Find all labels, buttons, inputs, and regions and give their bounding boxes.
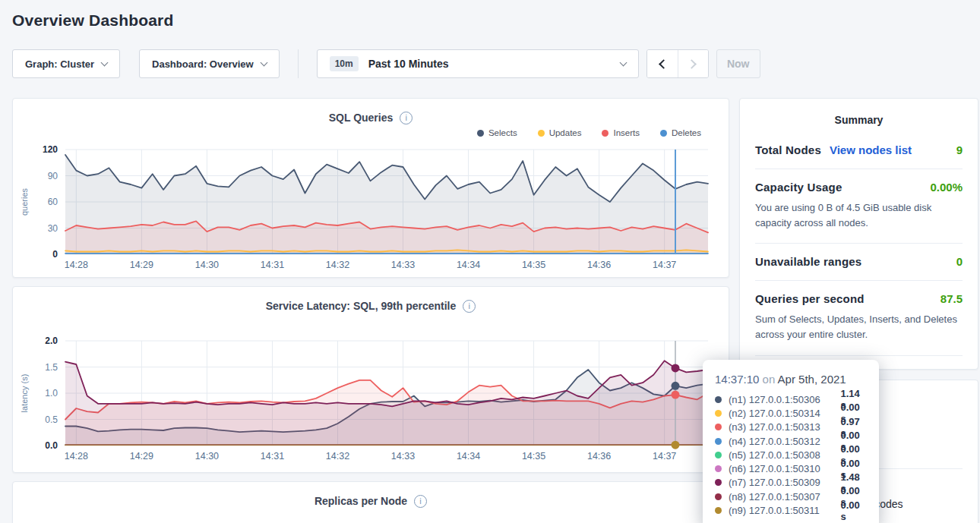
qps-value: 87.5: [940, 292, 963, 305]
node-dot-icon: [715, 410, 722, 417]
node-dot-icon: [715, 438, 722, 445]
overview-dashboard-page: Overview Dashboard Graph: Cluster Dashbo…: [0, 0, 980, 523]
node-dot-icon: [715, 396, 722, 403]
chart-header: SQL Queries i: [13, 99, 729, 125]
toolbar: Graph: Cluster Dashboard: Overview 10m P…: [12, 49, 968, 78]
legend-label: Updates: [549, 128, 582, 137]
legend-dot-icon: [660, 130, 667, 137]
time-range-dropdown[interactable]: 10m Past 10 Minutes: [317, 49, 639, 78]
node-dot-icon: [715, 465, 722, 472]
node-address: (n4) 127.0.0.1:50312: [729, 436, 833, 447]
time-next-button[interactable]: [678, 50, 708, 77]
service-latency-chart[interactable]: 0.00.51.01.52.014:2814:2914:3014:3114:32…: [15, 332, 727, 464]
legend-dot-icon: [538, 130, 545, 137]
total-nodes-value: 9: [956, 143, 963, 156]
svg-text:14:31: 14:31: [261, 260, 284, 270]
replicas-per-node-panel: Replicas per Node i: [12, 481, 729, 523]
info-icon[interactable]: i: [400, 112, 413, 124]
svg-text:14:36: 14:36: [587, 260, 611, 270]
svg-text:14:30: 14:30: [195, 451, 219, 462]
chevron-down-icon: [619, 58, 627, 66]
chart-header: Service Latency: SQL, 99th percentile i: [13, 287, 729, 313]
legend-label: Selects: [488, 128, 517, 137]
chevron-down-icon: [101, 58, 109, 66]
time-range-badge: 10m: [330, 56, 359, 71]
total-nodes-label: Total Nodes: [755, 143, 821, 156]
info-icon[interactable]: i: [463, 300, 476, 313]
legend-item[interactable]: Updates: [538, 127, 582, 139]
dashboard-dropdown[interactable]: Dashboard: Overview: [139, 49, 280, 78]
sql-queries-chart[interactable]: 030609012014:2814:2914:3014:3114:3214:33…: [15, 140, 727, 273]
svg-text:14:34: 14:34: [457, 451, 480, 462]
node-address: (n2) 127.0.0.1:50314: [729, 408, 833, 419]
svg-text:latency (s): latency (s): [20, 374, 29, 413]
chart-legend: SelectsUpdatesInsertsDeletes: [13, 127, 729, 139]
tooltip-timestamp: 14:37:10 on Apr 5th, 2021: [715, 373, 867, 386]
svg-text:14:33: 14:33: [391, 451, 415, 462]
node-address: (n9) 127.0.0.1:50311: [729, 505, 833, 516]
svg-text:14:28: 14:28: [65, 451, 88, 462]
chart-hover-tooltip: 14:37:10 on Apr 5th, 2021 (n1) 127.0.0.1…: [703, 360, 879, 523]
legend-dot-icon: [477, 130, 484, 137]
tooltip-date: Apr 5th, 2021: [778, 373, 846, 386]
svg-text:0: 0: [52, 249, 58, 260]
toolbar-divider: [298, 49, 299, 78]
svg-text:14:35: 14:35: [522, 260, 545, 270]
svg-text:14:31: 14:31: [261, 451, 284, 462]
legend-item[interactable]: Deletes: [660, 127, 701, 139]
legend-item[interactable]: Inserts: [602, 127, 640, 139]
svg-text:14:32: 14:32: [326, 451, 349, 462]
info-icon[interactable]: i: [414, 495, 427, 508]
svg-text:queries: queries: [20, 187, 29, 216]
chart-title: Service Latency: SQL, 99th percentile: [266, 300, 457, 312]
svg-text:14:35: 14:35: [522, 451, 545, 462]
now-button[interactable]: Now: [716, 49, 760, 78]
time-prev-button[interactable]: [647, 50, 678, 77]
tooltip-on: on: [763, 373, 776, 386]
graph-scope-dropdown[interactable]: Graph: Cluster: [12, 49, 120, 78]
summary-row-unavailable-ranges: Unavailable ranges 0: [755, 244, 963, 281]
node-dot-icon: [715, 452, 722, 458]
unavailable-ranges-label: Unavailable ranges: [755, 255, 861, 268]
legend-item[interactable]: Selects: [477, 127, 517, 139]
legend-dot-icon: [602, 130, 609, 137]
legend-label: Inserts: [613, 128, 640, 137]
node-address: (n1) 127.0.0.1:50306: [729, 394, 833, 405]
chevron-right-icon: [687, 59, 697, 69]
view-nodes-list-link[interactable]: View nodes list: [830, 143, 912, 156]
legend-label: Deletes: [672, 128, 701, 137]
svg-text:30: 30: [48, 223, 58, 234]
node-address: (n6) 127.0.0.1:50310: [729, 463, 833, 474]
svg-text:1.0: 1.0: [45, 388, 58, 399]
chevron-left-icon: [659, 59, 669, 69]
node-address: (n5) 127.0.0.1:50308: [729, 449, 833, 461]
p99-latency-value: 1208.0 ms: [908, 367, 963, 370]
unavailable-ranges-value: 0: [956, 255, 963, 268]
capacity-usage-value: 0.00%: [930, 181, 963, 194]
svg-text:14:30: 14:30: [195, 260, 219, 270]
capacity-usage-description: You are using 0 B of 4.5 GiB usable disk…: [755, 200, 963, 231]
summary-row-total-nodes: Total Nodes View nodes list 9: [755, 132, 963, 169]
node-value: 0.00 s: [840, 499, 867, 522]
svg-text:1.5: 1.5: [45, 362, 58, 373]
svg-text:2.0: 2.0: [45, 336, 58, 346]
sql-queries-panel: SQL Queries i SelectsUpdatesInsertsDelet…: [12, 98, 729, 278]
graph-scope-label: Graph: Cluster: [25, 58, 94, 70]
node-dot-icon: [715, 507, 722, 514]
svg-text:14:37: 14:37: [653, 260, 676, 270]
node-dot-icon: [715, 424, 722, 430]
dashboard-label: Dashboard: Overview: [152, 58, 254, 70]
svg-text:90: 90: [48, 171, 58, 181]
svg-text:14:29: 14:29: [130, 260, 153, 270]
tooltip-node-row: (n9) 127.0.0.1:503110.00 s: [715, 503, 867, 517]
node-address: (n7) 127.0.0.1:50309: [729, 477, 833, 488]
node-dot-icon: [715, 479, 722, 486]
svg-text:60: 60: [48, 197, 58, 207]
node-address: (n3) 127.0.0.1:50313: [729, 421, 833, 433]
chart-title: Replicas per Node: [315, 495, 407, 507]
svg-text:14:37: 14:37: [653, 451, 676, 462]
chart-title: SQL Queries: [329, 112, 394, 124]
page-title: Overview Dashboard: [12, 11, 980, 30]
node-dot-icon: [715, 493, 722, 500]
chevron-down-icon: [260, 58, 267, 66]
